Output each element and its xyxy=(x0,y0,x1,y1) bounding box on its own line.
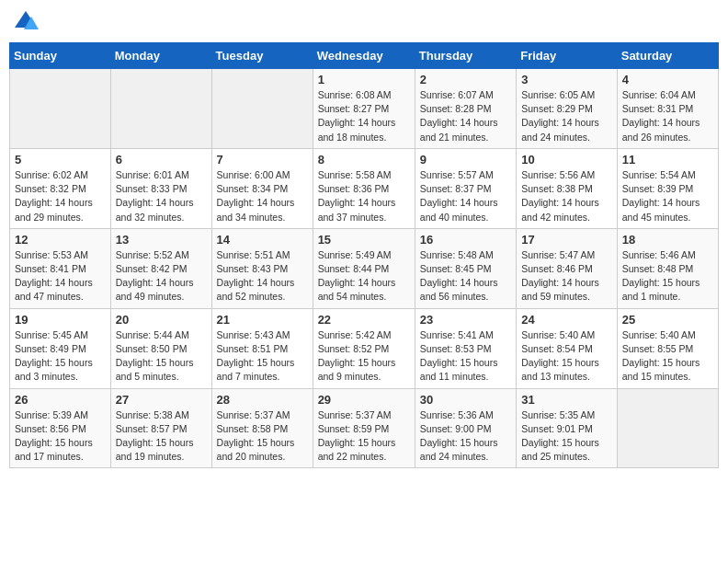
day-number: 30 xyxy=(420,393,511,407)
calendar-cell: 8Sunrise: 5:58 AM Sunset: 8:36 PM Daylig… xyxy=(313,148,415,228)
calendar-cell: 18Sunrise: 5:46 AM Sunset: 8:48 PM Dayli… xyxy=(617,228,718,308)
day-info: Sunrise: 5:57 AM Sunset: 8:37 PM Dayligh… xyxy=(420,168,511,224)
calendar-cell: 29Sunrise: 5:37 AM Sunset: 8:59 PM Dayli… xyxy=(313,388,415,468)
calendar-week-row: 19Sunrise: 5:45 AM Sunset: 8:49 PM Dayli… xyxy=(10,308,719,388)
weekday-header-sunday: Sunday xyxy=(10,43,111,69)
day-info: Sunrise: 5:35 AM Sunset: 9:01 PM Dayligh… xyxy=(521,408,612,465)
day-info: Sunrise: 5:43 AM Sunset: 8:51 PM Dayligh… xyxy=(217,328,308,385)
day-info: Sunrise: 6:02 AM Sunset: 8:32 PM Dayligh… xyxy=(15,168,106,224)
calendar-cell: 12Sunrise: 5:53 AM Sunset: 8:41 PM Dayli… xyxy=(10,228,111,308)
calendar-cell xyxy=(617,388,718,468)
day-number: 20 xyxy=(116,313,207,327)
day-number: 5 xyxy=(15,153,106,167)
day-number: 31 xyxy=(521,393,612,407)
day-number: 17 xyxy=(521,233,612,247)
calendar-week-row: 5Sunrise: 6:02 AM Sunset: 8:32 PM Daylig… xyxy=(10,148,719,228)
day-info: Sunrise: 5:51 AM Sunset: 8:43 PM Dayligh… xyxy=(217,248,308,304)
day-number: 11 xyxy=(622,153,713,167)
calendar-cell: 11Sunrise: 5:54 AM Sunset: 8:39 PM Dayli… xyxy=(617,148,718,228)
calendar-cell: 10Sunrise: 5:56 AM Sunset: 8:38 PM Dayli… xyxy=(517,148,618,228)
day-number: 24 xyxy=(521,313,612,327)
page-header xyxy=(9,9,719,35)
day-info: Sunrise: 6:07 AM Sunset: 8:28 PM Dayligh… xyxy=(420,88,511,144)
day-number: 12 xyxy=(15,233,106,247)
weekday-header-wednesday: Wednesday xyxy=(313,43,415,69)
day-number: 2 xyxy=(420,73,511,86)
day-info: Sunrise: 5:44 AM Sunset: 8:50 PM Dayligh… xyxy=(116,328,207,385)
day-info: Sunrise: 6:05 AM Sunset: 8:29 PM Dayligh… xyxy=(521,88,612,144)
calendar-cell: 9Sunrise: 5:57 AM Sunset: 8:37 PM Daylig… xyxy=(415,148,516,228)
day-number: 14 xyxy=(217,233,308,247)
day-info: Sunrise: 5:39 AM Sunset: 8:56 PM Dayligh… xyxy=(15,408,106,465)
day-number: 16 xyxy=(420,233,511,247)
day-info: Sunrise: 5:47 AM Sunset: 8:46 PM Dayligh… xyxy=(521,248,612,304)
day-info: Sunrise: 5:42 AM Sunset: 8:52 PM Dayligh… xyxy=(318,328,410,385)
day-info: Sunrise: 5:36 AM Sunset: 9:00 PM Dayligh… xyxy=(420,408,511,465)
day-number: 7 xyxy=(217,153,308,167)
day-info: Sunrise: 6:01 AM Sunset: 8:33 PM Dayligh… xyxy=(116,168,207,224)
day-number: 3 xyxy=(521,73,612,86)
day-info: Sunrise: 5:46 AM Sunset: 8:48 PM Dayligh… xyxy=(622,248,713,304)
day-info: Sunrise: 5:41 AM Sunset: 8:53 PM Dayligh… xyxy=(420,328,511,385)
day-number: 4 xyxy=(622,73,713,86)
calendar-cell: 30Sunrise: 5:36 AM Sunset: 9:00 PM Dayli… xyxy=(415,388,516,468)
weekday-header-friday: Friday xyxy=(517,43,618,69)
weekday-header-thursday: Thursday xyxy=(415,43,516,69)
calendar-cell: 13Sunrise: 5:52 AM Sunset: 8:42 PM Dayli… xyxy=(110,228,211,308)
day-number: 10 xyxy=(521,153,612,167)
day-info: Sunrise: 5:48 AM Sunset: 8:45 PM Dayligh… xyxy=(420,248,511,304)
day-info: Sunrise: 6:00 AM Sunset: 8:34 PM Dayligh… xyxy=(217,168,308,224)
calendar-cell xyxy=(211,69,313,149)
day-info: Sunrise: 5:58 AM Sunset: 8:36 PM Dayligh… xyxy=(318,168,410,224)
calendar-week-row: 26Sunrise: 5:39 AM Sunset: 8:56 PM Dayli… xyxy=(10,388,719,468)
logo xyxy=(13,9,42,35)
day-info: Sunrise: 5:52 AM Sunset: 8:42 PM Dayligh… xyxy=(116,248,207,304)
day-info: Sunrise: 5:49 AM Sunset: 8:44 PM Dayligh… xyxy=(318,248,410,304)
day-info: Sunrise: 5:38 AM Sunset: 8:57 PM Dayligh… xyxy=(116,408,207,465)
day-number: 15 xyxy=(318,233,410,247)
weekday-header-monday: Monday xyxy=(110,43,211,69)
day-number: 28 xyxy=(217,393,308,407)
day-info: Sunrise: 5:40 AM Sunset: 8:54 PM Dayligh… xyxy=(521,328,612,385)
day-info: Sunrise: 5:53 AM Sunset: 8:41 PM Dayligh… xyxy=(15,248,106,304)
calendar-week-row: 1Sunrise: 6:08 AM Sunset: 8:27 PM Daylig… xyxy=(10,69,719,149)
day-number: 25 xyxy=(622,313,713,327)
day-number: 26 xyxy=(15,393,106,407)
calendar-cell xyxy=(10,69,111,149)
calendar-cell: 31Sunrise: 5:35 AM Sunset: 9:01 PM Dayli… xyxy=(517,388,618,468)
calendar-cell: 28Sunrise: 5:37 AM Sunset: 8:58 PM Dayli… xyxy=(211,388,313,468)
day-info: Sunrise: 6:04 AM Sunset: 8:31 PM Dayligh… xyxy=(622,88,713,144)
calendar-cell: 17Sunrise: 5:47 AM Sunset: 8:46 PM Dayli… xyxy=(517,228,618,308)
weekday-header-saturday: Saturday xyxy=(617,43,718,69)
calendar-cell: 21Sunrise: 5:43 AM Sunset: 8:51 PM Dayli… xyxy=(211,308,313,388)
day-number: 8 xyxy=(318,153,410,167)
calendar-cell: 7Sunrise: 6:00 AM Sunset: 8:34 PM Daylig… xyxy=(211,148,313,228)
calendar-cell: 19Sunrise: 5:45 AM Sunset: 8:49 PM Dayli… xyxy=(10,308,111,388)
calendar-cell: 1Sunrise: 6:08 AM Sunset: 8:27 PM Daylig… xyxy=(313,69,415,149)
calendar-cell xyxy=(110,69,211,149)
day-number: 27 xyxy=(116,393,207,407)
calendar-cell: 4Sunrise: 6:04 AM Sunset: 8:31 PM Daylig… xyxy=(617,69,718,149)
calendar-table: SundayMondayTuesdayWednesdayThursdayFrid… xyxy=(9,42,719,468)
day-number: 19 xyxy=(15,313,106,327)
day-number: 6 xyxy=(116,153,207,167)
calendar-cell: 14Sunrise: 5:51 AM Sunset: 8:43 PM Dayli… xyxy=(211,228,313,308)
day-number: 18 xyxy=(622,233,713,247)
day-info: Sunrise: 5:37 AM Sunset: 8:58 PM Dayligh… xyxy=(217,408,308,465)
calendar-cell: 2Sunrise: 6:07 AM Sunset: 8:28 PM Daylig… xyxy=(415,69,516,149)
weekday-header-row: SundayMondayTuesdayWednesdayThursdayFrid… xyxy=(10,43,719,69)
calendar-cell: 25Sunrise: 5:40 AM Sunset: 8:55 PM Dayli… xyxy=(617,308,718,388)
calendar-cell: 24Sunrise: 5:40 AM Sunset: 8:54 PM Dayli… xyxy=(517,308,618,388)
calendar-cell: 26Sunrise: 5:39 AM Sunset: 8:56 PM Dayli… xyxy=(10,388,111,468)
calendar-cell: 15Sunrise: 5:49 AM Sunset: 8:44 PM Dayli… xyxy=(313,228,415,308)
calendar-cell: 16Sunrise: 5:48 AM Sunset: 8:45 PM Dayli… xyxy=(415,228,516,308)
calendar-cell: 20Sunrise: 5:44 AM Sunset: 8:50 PM Dayli… xyxy=(110,308,211,388)
day-number: 22 xyxy=(318,313,410,327)
day-info: Sunrise: 5:45 AM Sunset: 8:49 PM Dayligh… xyxy=(15,328,106,385)
logo-icon xyxy=(13,9,39,35)
calendar-cell: 27Sunrise: 5:38 AM Sunset: 8:57 PM Dayli… xyxy=(110,388,211,468)
calendar-cell: 5Sunrise: 6:02 AM Sunset: 8:32 PM Daylig… xyxy=(10,148,111,228)
calendar-cell: 22Sunrise: 5:42 AM Sunset: 8:52 PM Dayli… xyxy=(313,308,415,388)
calendar-cell: 6Sunrise: 6:01 AM Sunset: 8:33 PM Daylig… xyxy=(110,148,211,228)
calendar-week-row: 12Sunrise: 5:53 AM Sunset: 8:41 PM Dayli… xyxy=(10,228,719,308)
